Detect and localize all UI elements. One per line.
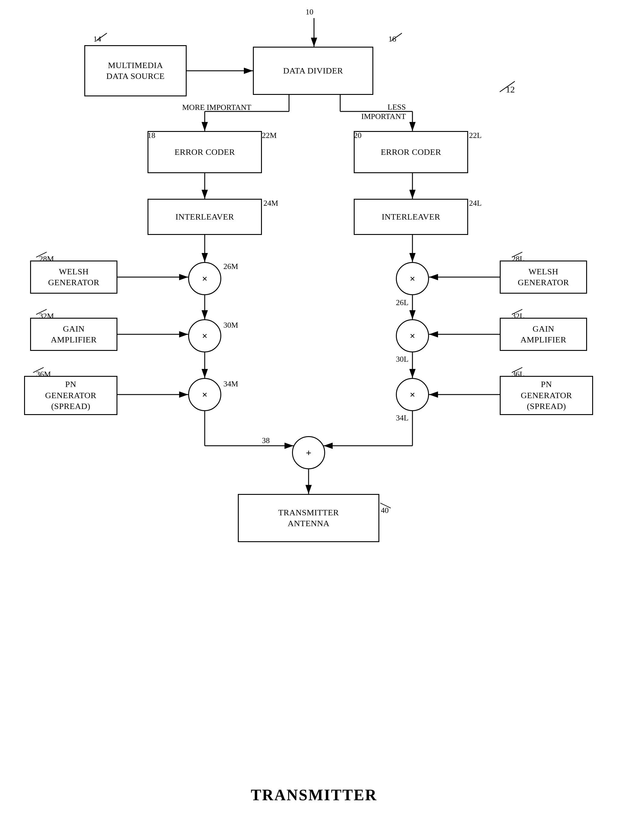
ref16-arrow (384, 32, 408, 44)
adder-circle: + (292, 436, 325, 469)
more-important-label: MORE IMPORTANT (182, 103, 251, 112)
ref-26m-label: 26M (223, 262, 238, 271)
ref-20-label: 20 (354, 131, 361, 140)
ref28l-arrow (509, 251, 527, 260)
gain-amp-l-block: GAINAMPLIFIER (500, 318, 587, 351)
ref32l-arrow (509, 308, 527, 317)
mult-34m-circle: × (188, 378, 221, 411)
gain-amp-m-block: GAINAMPLIFIER (30, 318, 117, 351)
svg-line-37 (380, 503, 391, 508)
ref28m-arrow (33, 251, 51, 260)
pn-gen-m-block: PNGENERATOR(SPREAD) (24, 376, 117, 415)
ref32m-arrow (33, 308, 51, 317)
mult-26l-circle: × (396, 262, 429, 295)
multimedia-data-source-block: MULTIMEDIADATA SOURCE (84, 45, 187, 96)
page-title: TRANSMITTER (0, 786, 628, 804)
ref-22l-label: 22L (469, 131, 482, 140)
ref-30m-label: 30M (223, 321, 238, 330)
interleaver-l-block: INTERLEAVER (354, 199, 468, 235)
svg-line-34 (512, 309, 522, 314)
svg-line-28 (96, 33, 107, 41)
ref-30l-label: 30L (396, 355, 409, 364)
svg-line-31 (36, 252, 47, 257)
ref12-arrow (494, 80, 518, 95)
ref-38-label: 38 (262, 436, 270, 445)
pn-gen-l-block: PNGENERATOR(SPREAD) (500, 376, 593, 415)
ref40-arrow (379, 502, 397, 510)
ref-24m-label: 24M (264, 199, 278, 208)
mult-26m-circle: × (188, 262, 221, 295)
ref36l-arrow (509, 366, 527, 375)
svg-line-29 (391, 33, 402, 41)
welsh-gen-m-block: WELSHGENERATOR (30, 261, 117, 294)
mult-34l-circle: × (396, 378, 429, 411)
ref-34m-label: 34M (223, 379, 238, 388)
mult-30l-circle: × (396, 319, 429, 352)
ref-22m-label: 22M (262, 131, 277, 140)
error-coder-m-block: ERROR CODER (148, 131, 262, 173)
ref-24l-label: 24L (469, 199, 482, 208)
error-coder-l-block: ERROR CODER (354, 131, 468, 173)
data-divider-block: DATA DIVIDER (253, 47, 373, 95)
svg-line-33 (36, 309, 47, 314)
less-important-label: LESSIMPORTANT (361, 103, 406, 121)
ref-10-label: 10 (306, 8, 313, 17)
transmitter-antenna-block: TRANSMITTERANTENNA (238, 494, 379, 542)
welsh-gen-l-block: WELSHGENERATOR (500, 261, 587, 294)
svg-line-30 (500, 81, 515, 92)
ref36m-arrow (30, 366, 48, 375)
svg-line-32 (512, 252, 522, 257)
ref-26l-label: 26L (396, 298, 409, 307)
ref14-arrow (89, 32, 113, 44)
mult-30m-circle: × (188, 319, 221, 352)
svg-line-36 (512, 368, 522, 373)
diagram: 10 14 16 MULTIMEDIADATA SOURCE DATA DIVI… (0, 0, 628, 798)
interleaver-m-block: INTERLEAVER (148, 199, 262, 235)
ref-18-label: 18 (148, 131, 155, 140)
svg-line-35 (33, 368, 44, 373)
ref-34l-label: 34L (396, 414, 409, 423)
